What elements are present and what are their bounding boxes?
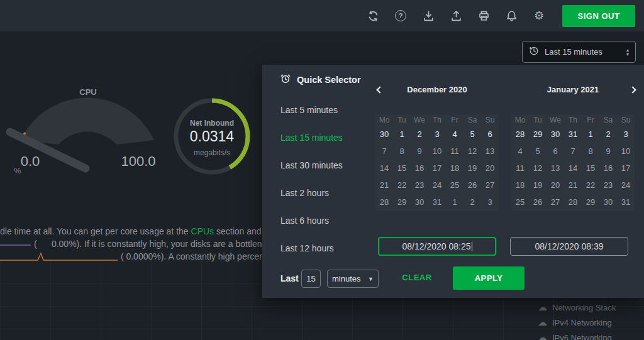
clear-button[interactable]: CLEAR [393,273,441,282]
last-value-input[interactable] [301,270,321,288]
calendar-day[interactable]: 31 [617,194,635,211]
calendar-day[interactable]: 22 [582,177,599,194]
calendar-month-title: December 2020 [407,85,467,94]
calendar-day[interactable]: 5 [464,126,481,143]
calendar-day[interactable]: 16 [411,160,428,177]
calendar-day[interactable]: 25 [511,194,529,211]
calendar-day[interactable]: 22 [393,177,411,194]
calendar-day[interactable]: 23 [411,177,428,194]
calendar-day[interactable]: 23 [599,177,617,194]
sidebar-item-ipv4-networking[interactable]: ☁IPv4 Networking [538,315,644,330]
calendar-day[interactable]: 8 [393,143,411,160]
prev-month-icon[interactable] [374,85,384,95]
print-icon[interactable] [477,9,491,23]
upload-icon[interactable] [449,9,463,23]
calendar-day[interactable]: 9 [599,143,617,160]
calendar-day[interactable]: 18 [511,177,529,194]
calendar-day[interactable]: 8 [582,143,599,160]
end-date-input[interactable]: 08/12/2020 08:39 [510,237,628,256]
calendar-day[interactable]: 26 [464,177,481,194]
calendar-day[interactable]: 27 [481,177,499,194]
quick-option-last-6-hours[interactable]: Last 6 hours [280,214,343,241]
calendar-day[interactable]: 30 [375,126,393,143]
calendar-day[interactable]: 12 [529,160,547,177]
calendar-day[interactable]: 20 [547,177,564,194]
calendar-day[interactable]: 30 [411,194,428,211]
calendar-day[interactable]: 20 [481,160,499,177]
sidebar-item-ipv6-networking[interactable]: ☁IPv6 Networking [538,330,644,340]
calendar-day[interactable]: 30 [547,126,564,143]
quick-option-last-2-hours[interactable]: Last 2 hours [280,186,343,214]
calendar-day[interactable]: 13 [547,160,564,177]
calendar-day[interactable]: 9 [411,143,428,160]
calendar-day[interactable]: 6 [481,126,499,143]
calendar-day[interactable]: 2 [599,126,617,143]
calendar-day[interactable]: 7 [564,143,582,160]
calendar-day[interactable]: 3 [481,194,499,211]
quick-option-last-30-minutes[interactable]: Last 30 minutes [280,158,343,186]
calendar-day[interactable]: 30 [599,194,617,211]
calendar-day[interactable]: 14 [375,160,393,177]
last-unit-select[interactable]: minutes ▼ [327,270,379,288]
calendar-day[interactable]: 21 [375,177,393,194]
calendar-day[interactable]: 19 [529,177,547,194]
calendar-day[interactable]: 29 [529,126,547,143]
calendar-day[interactable]: 21 [564,177,582,194]
quick-option-last-15-minutes[interactable]: Last 15 minutes [280,131,343,158]
calendar-day[interactable]: 15 [393,160,411,177]
calendar-day[interactable]: 11 [446,143,464,160]
calendar-day[interactable]: 28 [564,194,582,211]
calendar-day[interactable]: 15 [582,160,599,177]
calendar-day[interactable]: 27 [547,194,564,211]
time-range-dropdown[interactable]: Last 15 minutes ▴▾ [522,41,636,63]
quick-option-last-12-hours[interactable]: Last 12 hours [280,241,343,269]
calendar-day[interactable]: 26 [529,194,547,211]
calendar-day[interactable]: 3 [428,126,446,143]
calendar-day[interactable]: 2 [464,194,481,211]
start-date-input[interactable]: 08/12/2020 08:25 [378,237,496,256]
sidebar-item-networking-stack[interactable]: ☁Networking Stack [538,300,644,315]
calendar-day[interactable]: 24 [428,177,446,194]
calendar-day[interactable]: 5 [529,143,547,160]
calendar-day[interactable]: 31 [428,194,446,211]
calendar-day[interactable]: 17 [617,160,635,177]
calendar-day[interactable]: 1 [582,126,599,143]
calendar-day[interactable]: 6 [547,143,564,160]
calendar-day[interactable]: 7 [375,143,393,160]
calendar-day[interactable]: 3 [617,126,635,143]
refresh-icon[interactable] [366,9,380,23]
calendar-day[interactable]: 31 [564,126,582,143]
calendar-day[interactable]: 4 [446,126,464,143]
quick-selector-title: Quick Selector [297,75,361,85]
calendar-day[interactable]: 10 [428,143,446,160]
calendar-day[interactable]: 25 [446,177,464,194]
download-icon[interactable] [421,9,435,23]
calendar-day[interactable]: 1 [393,126,411,143]
calendar-day[interactable]: 16 [599,160,617,177]
quick-option-last-5-minutes[interactable]: Last 5 minutes [280,103,343,131]
cpus-link[interactable]: CPUs [191,226,214,236]
gear-icon[interactable]: ⚙ [532,9,546,23]
calendar-day[interactable]: 4 [511,143,529,160]
calendar-day[interactable]: 11 [511,160,529,177]
apply-button[interactable]: APPLY [453,266,525,290]
calendar-day[interactable]: 10 [617,143,635,160]
calendar-day[interactable]: 24 [617,177,635,194]
calendar-day[interactable]: 2 [411,126,428,143]
calendar-day[interactable]: 14 [564,160,582,177]
calendar-day[interactable]: 19 [464,160,481,177]
bell-icon[interactable] [504,9,518,23]
calendar-day[interactable]: 12 [464,143,481,160]
calendar-day[interactable]: 17 [428,160,446,177]
help-icon[interactable]: ? [394,9,408,23]
calendar-day[interactable]: 29 [582,194,599,211]
calendar-day[interactable]: 28 [375,194,393,211]
calendar-day[interactable]: 18 [446,160,464,177]
calendar-day[interactable]: 1 [446,194,464,211]
next-month-icon[interactable] [627,85,637,95]
calendar-day[interactable]: 13 [481,143,499,160]
calendar-day[interactable]: 29 [393,194,411,211]
calendar-day[interactable]: 28 [511,126,529,143]
sign-out-button[interactable]: SIGN OUT [562,5,635,27]
cloud-icon: ☁ [538,317,547,328]
